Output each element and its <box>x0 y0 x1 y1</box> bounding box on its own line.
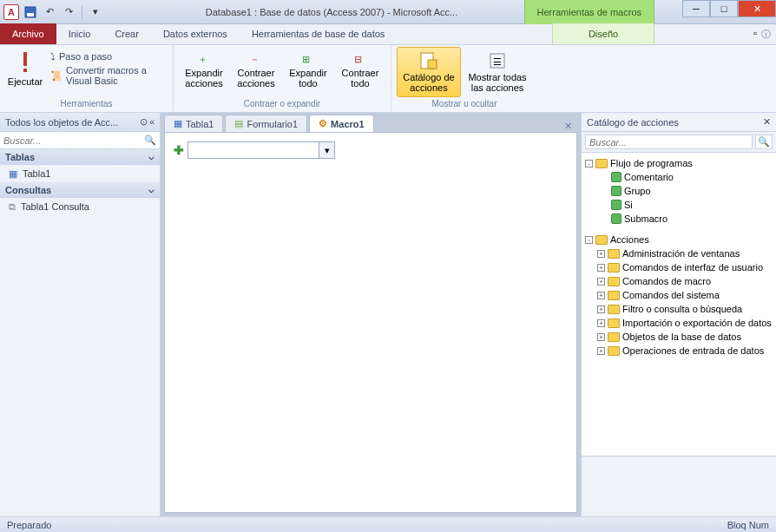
show-all-actions-button[interactable]: ☰Mostrar todas las acciones <box>463 47 532 97</box>
action-combo-input[interactable] <box>188 145 319 155</box>
add-action-icon[interactable]: ✚ <box>174 143 184 157</box>
collapse-icon[interactable]: - <box>585 236 593 244</box>
action-catalog-button[interactable]: Catálogo de acciones <box>397 47 461 97</box>
mdi-restore-icon[interactable]: ▫ <box>753 28 757 38</box>
doc-tab-tabla1[interactable]: ▦Tabla1 <box>164 115 223 132</box>
tree-node-sys-cmds[interactable]: +Comandos del sistema <box>585 288 773 302</box>
expand-all-icon: ⊞ <box>300 50 316 66</box>
save-icon[interactable] <box>23 4 38 20</box>
tree-leaf-submacro[interactable]: Submacro <box>585 212 773 226</box>
action-icon <box>611 200 621 210</box>
tree-leaf-comment[interactable]: Comentario <box>585 170 773 184</box>
tree-node-ui-cmds[interactable]: +Comandos de interfaz de usuario <box>585 260 773 274</box>
window-title: Database1 : Base de datos (Access 2007) … <box>113 7 550 17</box>
app-icon[interactable]: A <box>3 4 19 20</box>
ribbon: Ejecutar ⤵Paso a paso 📜Convertir macros … <box>0 45 776 113</box>
tree-node-import[interactable]: +Importación o exportación de datos <box>585 316 773 330</box>
tree-node-data-ops[interactable]: +Operaciones de entrada de datos <box>585 344 773 358</box>
chevron-down-icon[interactable]: ⊙ <box>140 116 148 128</box>
tab-create[interactable]: Crear <box>102 23 151 44</box>
folder-icon <box>595 235 608 245</box>
shutter-icon[interactable]: « <box>149 116 155 128</box>
nav-item-query1[interactable]: ⧉Tabla1 Consulta <box>0 198 160 215</box>
folder-icon <box>608 332 620 342</box>
folder-icon <box>608 319 620 328</box>
help-icon[interactable]: ⓘ <box>761 28 771 41</box>
collapse-icon[interactable]: - <box>585 160 593 167</box>
mdi-controls: ▫ <box>753 28 757 38</box>
collapse-all-icon: ⊟ <box>352 50 368 66</box>
step-button[interactable]: ⤵Paso a paso <box>49 50 168 62</box>
doc-tab-macro1[interactable]: ⚙Macro1 <box>309 115 374 132</box>
maximize-button[interactable]: □ <box>710 0 738 17</box>
catalog-search-input[interactable] <box>585 135 753 149</box>
expand-icon[interactable]: + <box>597 264 605 272</box>
action-icon <box>611 186 621 196</box>
collapse-all-button[interactable]: ⊟Contraer todo <box>335 47 385 92</box>
minimize-button[interactable]: ─ <box>682 0 710 17</box>
search-icon[interactable]: 🔍 <box>144 135 156 146</box>
tree-leaf-if[interactable]: Si <box>585 198 773 212</box>
tree-node-db-objects[interactable]: +Objetos de la base de datos <box>585 330 773 344</box>
expand-icon[interactable]: + <box>597 292 605 299</box>
expand-icon[interactable]: + <box>597 347 605 355</box>
nav-section-queries[interactable]: Consultas⌵ <box>0 182 160 198</box>
close-button[interactable]: ✕ <box>738 0 776 17</box>
catalog-header: Catálogo de acciones ✕ <box>582 113 776 132</box>
qat-customize-icon[interactable]: ▾ <box>88 4 103 20</box>
redo-icon[interactable]: ↷ <box>61 4 76 20</box>
group-collapse-label: Contraer o expandir <box>179 99 385 110</box>
expand-icon[interactable]: + <box>597 319 605 327</box>
tab-external-data[interactable]: Datos externos <box>151 23 240 44</box>
macro-icon: ⚙ <box>319 118 327 129</box>
nav-section-tables[interactable]: Tablas⌵ <box>0 149 160 165</box>
expand-icon[interactable]: + <box>597 250 605 258</box>
tab-design[interactable]: Diseño <box>552 23 654 44</box>
macro-designer: ✚ ▾ <box>164 132 577 513</box>
combo-dropdown-icon[interactable]: ▾ <box>319 142 334 158</box>
expand-all-button[interactable]: ⊞Expandir todo <box>283 47 333 92</box>
svg-rect-2 <box>23 52 27 66</box>
expand-icon[interactable]: + <box>597 333 605 341</box>
tree-node-actions[interactable]: -Acciones <box>585 233 773 246</box>
expand-actions-button[interactable]: ＋Expandir acciones <box>179 47 229 92</box>
undo-icon[interactable]: ↶ <box>42 4 57 20</box>
svg-rect-9 <box>428 60 437 69</box>
folder-icon <box>608 291 620 300</box>
catalog-close-icon[interactable]: ✕ <box>763 116 771 128</box>
navigation-pane: Todos los objetos de Acc... ⊙« 🔍 Tablas⌵… <box>0 113 161 516</box>
tree-node-macro-cmds[interactable]: +Comandos de macro <box>585 274 773 288</box>
status-left: Preparado <box>7 520 51 530</box>
section-collapse-icon[interactable]: ⌵ <box>148 184 155 195</box>
collapse-actions-button[interactable]: －Contraer acciones <box>231 47 281 92</box>
doc-tab-close-icon[interactable]: ✕ <box>559 121 577 132</box>
run-button[interactable]: Ejecutar <box>5 47 45 90</box>
query-icon: ⧉ <box>9 201 16 213</box>
table-icon: ▦ <box>174 118 182 129</box>
section-collapse-icon[interactable]: ⌵ <box>148 151 155 162</box>
tree-node-win-admin[interactable]: +Administración de ventanas <box>585 246 773 260</box>
tab-home[interactable]: Inicio <box>56 23 103 44</box>
tab-db-tools[interactable]: Herramientas de base de datos <box>240 23 397 44</box>
search-icon[interactable]: 🔍 <box>755 135 773 149</box>
tree-node-filter[interactable]: +Filtro o consulta o búsqueda <box>585 302 773 316</box>
action-combobox[interactable]: ▾ <box>187 141 335 159</box>
doc-tab-formulario1[interactable]: ▤Formulario1 <box>225 115 307 132</box>
nav-search: 🔍 <box>0 132 160 149</box>
expand-icon[interactable]: + <box>597 278 605 286</box>
folder-icon <box>608 346 620 356</box>
catalog-description <box>582 456 776 516</box>
file-tab[interactable]: Archivo <box>0 23 56 44</box>
form-icon: ▤ <box>234 118 243 129</box>
svg-text:☰: ☰ <box>493 56 502 67</box>
workspace: Todos los objetos de Acc... ⊙« 🔍 Tablas⌵… <box>0 113 776 516</box>
nav-header[interactable]: Todos los objetos de Acc... ⊙« <box>0 113 160 132</box>
nav-search-input[interactable] <box>3 133 144 148</box>
expand-icon[interactable]: + <box>597 305 605 313</box>
nav-item-table1[interactable]: ▦Tabla1 <box>0 165 160 182</box>
plus-icon: ＋ <box>196 50 212 66</box>
tree-node-flow[interactable]: -Flujo de programas <box>585 156 773 170</box>
catalog-search: 🔍 <box>582 132 776 153</box>
convert-vb-button[interactable]: 📜Convertir macros a Visual Basic <box>49 64 168 87</box>
tree-leaf-group[interactable]: Grupo <box>585 184 773 198</box>
